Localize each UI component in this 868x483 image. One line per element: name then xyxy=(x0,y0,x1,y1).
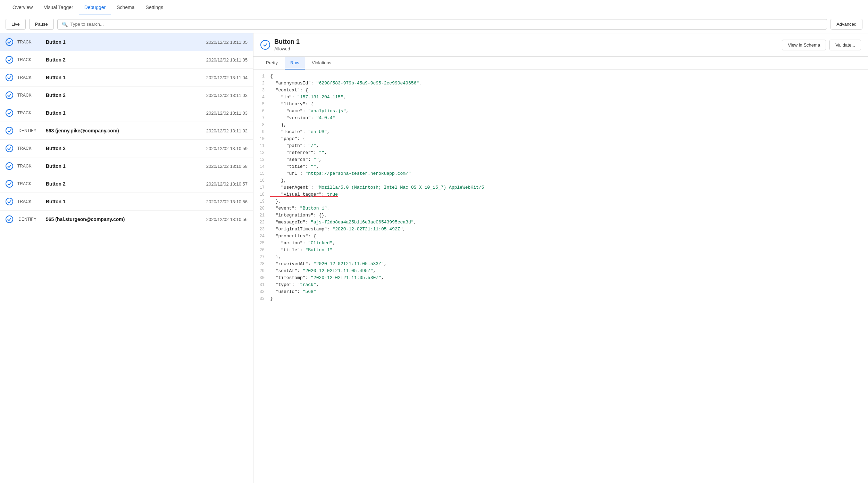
json-line: 30 "timestamp": "2020-12-02T21:11:05.530… xyxy=(253,275,868,282)
json-line: 19 }, xyxy=(253,198,868,205)
line-content: "title": "Button 1" xyxy=(270,247,868,253)
advanced-button[interactable]: Advanced xyxy=(831,19,862,30)
event-row[interactable]: TRACK Button 1 2020/12/02 13:10:56 xyxy=(0,193,253,211)
event-type: IDENTIFY xyxy=(17,217,42,222)
event-name: 568 (jenny.pike@company.com) xyxy=(46,128,202,133)
line-number: 6 xyxy=(253,108,270,114)
line-content: }, xyxy=(270,178,868,183)
live-button[interactable]: Live xyxy=(6,19,26,30)
event-check-icon xyxy=(6,38,13,46)
nav-item-visual-tagger[interactable]: Visual Tagger xyxy=(38,0,78,15)
line-content: "library": { xyxy=(270,101,868,107)
json-line: 28 "receivedAt": "2020-12-02T21:11:05.53… xyxy=(253,261,868,268)
line-number: 29 xyxy=(253,268,270,273)
search-box: 🔍 xyxy=(57,19,827,30)
search-input[interactable] xyxy=(70,22,823,27)
line-number: 13 xyxy=(253,157,270,162)
event-name: 565 (hal.sturgeon@company.com) xyxy=(46,216,202,222)
search-icon: 🔍 xyxy=(62,22,68,27)
line-number: 16 xyxy=(253,178,270,183)
event-time: 2020/12/02 13:11:04 xyxy=(206,75,248,80)
event-check-icon xyxy=(6,56,13,64)
pause-button[interactable]: Pause xyxy=(29,19,54,30)
event-row[interactable]: IDENTIFY 565 (hal.sturgeon@company.com) … xyxy=(0,211,253,228)
line-content: "integrations": {}, xyxy=(270,213,868,218)
json-line: 29 "sentAt": "2020-12-02T21:11:05.495Z", xyxy=(253,268,868,275)
detail-info: Button 1 Allowed xyxy=(274,38,778,51)
event-row[interactable]: TRACK Button 2 2020/12/02 13:10:59 xyxy=(0,140,253,157)
event-row[interactable]: TRACK Button 2 2020/12/02 13:11:03 xyxy=(0,87,253,104)
json-line: 27 }, xyxy=(253,254,868,261)
event-check-icon xyxy=(6,91,13,99)
detail-actions: View in Schema Validate... xyxy=(782,40,861,50)
line-content: "url": "https://persona-tester.herokuapp… xyxy=(270,171,868,176)
line-number: 17 xyxy=(253,185,270,190)
detail-panel: Button 1 Allowed View in Schema Validate… xyxy=(253,33,868,483)
validate-button[interactable]: Validate... xyxy=(829,40,861,50)
event-row[interactable]: TRACK Button 1 2020/12/02 13:11:03 xyxy=(0,104,253,122)
line-content: }, xyxy=(270,122,868,128)
view-in-schema-button[interactable]: View in Schema xyxy=(782,40,826,50)
event-type: TRACK xyxy=(17,57,42,62)
line-number: 12 xyxy=(253,150,270,155)
line-number: 18 xyxy=(253,192,270,197)
event-type: IDENTIFY xyxy=(17,128,42,133)
event-type: TRACK xyxy=(17,164,42,169)
nav-item-schema[interactable]: Schema xyxy=(111,0,140,15)
json-line: 15 "url": "https://persona-tester.heroku… xyxy=(253,171,868,178)
event-name: Button 1 xyxy=(46,39,202,45)
line-number: 24 xyxy=(253,234,270,239)
tab-violations[interactable]: Violations xyxy=(306,57,337,69)
event-row[interactable]: TRACK Button 2 2020/12/02 13:10:57 xyxy=(0,175,253,193)
line-number: 33 xyxy=(253,296,270,301)
json-line: 23 "originalTimestamp": "2020-12-02T21:1… xyxy=(253,226,868,233)
line-number: 26 xyxy=(253,247,270,253)
line-number: 10 xyxy=(253,136,270,141)
event-time: 2020/12/02 13:11:03 xyxy=(206,110,248,116)
line-number: 32 xyxy=(253,289,270,294)
event-type: TRACK xyxy=(17,199,42,204)
nav-item-overview[interactable]: Overview xyxy=(7,0,38,15)
event-row[interactable]: TRACK Button 1 2020/12/02 13:11:05 xyxy=(0,33,253,51)
line-content: } xyxy=(270,296,868,301)
event-time: 2020/12/02 13:11:05 xyxy=(206,57,248,63)
nav-item-settings[interactable]: Settings xyxy=(140,0,169,15)
line-number: 21 xyxy=(253,213,270,218)
line-content: "properties": { xyxy=(270,234,868,239)
tab-raw[interactable]: Raw xyxy=(285,57,305,69)
event-row[interactable]: TRACK Button 2 2020/12/02 13:11:05 xyxy=(0,51,253,69)
json-line: 31 "type": "track", xyxy=(253,282,868,289)
event-time: 2020/12/02 13:11:03 xyxy=(206,93,248,98)
event-type: TRACK xyxy=(17,75,42,80)
json-line: 2 "anonymousId": "6298f583-979b-45a9-9c9… xyxy=(253,80,868,87)
events-list: TRACK Button 1 2020/12/02 13:11:05 TRACK… xyxy=(0,33,253,483)
tab-pretty[interactable]: Pretty xyxy=(260,57,283,69)
line-number: 8 xyxy=(253,122,270,128)
event-check-icon xyxy=(6,127,13,134)
line-content: "timestamp": "2020-12-02T21:11:05.530Z", xyxy=(270,275,868,280)
line-content: "messageId": "ajs-f2db8ea4a25b116e3ac065… xyxy=(270,220,868,225)
json-line: 7 "version": "4.0.4" xyxy=(253,115,868,122)
event-row[interactable]: IDENTIFY 568 (jenny.pike@company.com) 20… xyxy=(0,122,253,140)
toolbar: Live Pause 🔍 Advanced xyxy=(0,15,868,33)
line-content: "anonymousId": "6298f583-979b-45a9-9c95-… xyxy=(270,81,868,86)
event-row[interactable]: TRACK Button 1 2020/12/02 13:11:04 xyxy=(0,69,253,87)
detail-header: Button 1 Allowed View in Schema Validate… xyxy=(253,33,868,57)
nav-item-debugger[interactable]: Debugger xyxy=(79,0,111,15)
json-line: 25 "action": "Clicked", xyxy=(253,240,868,247)
json-line: 16 }, xyxy=(253,178,868,185)
event-name: Button 1 xyxy=(46,163,202,169)
event-name: Button 1 xyxy=(46,110,202,116)
json-line: 13 "search": "", xyxy=(253,157,868,164)
event-name: Button 2 xyxy=(46,92,202,98)
line-content: "userId": "568" xyxy=(270,289,868,294)
top-navigation: Overview Visual Tagger Debugger Schema S… xyxy=(0,0,868,15)
json-line: 6 "name": "analytics.js", xyxy=(253,108,868,115)
line-number: 27 xyxy=(253,254,270,260)
line-content: "sentAt": "2020-12-02T21:11:05.495Z", xyxy=(270,268,868,273)
json-line: 11 "path": "/", xyxy=(253,143,868,150)
event-row[interactable]: TRACK Button 1 2020/12/02 13:10:58 xyxy=(0,157,253,175)
event-name: Button 1 xyxy=(46,75,202,80)
line-content: "originalTimestamp": "2020-12-02T21:11:0… xyxy=(270,227,868,232)
line-content: "page": { xyxy=(270,136,868,141)
